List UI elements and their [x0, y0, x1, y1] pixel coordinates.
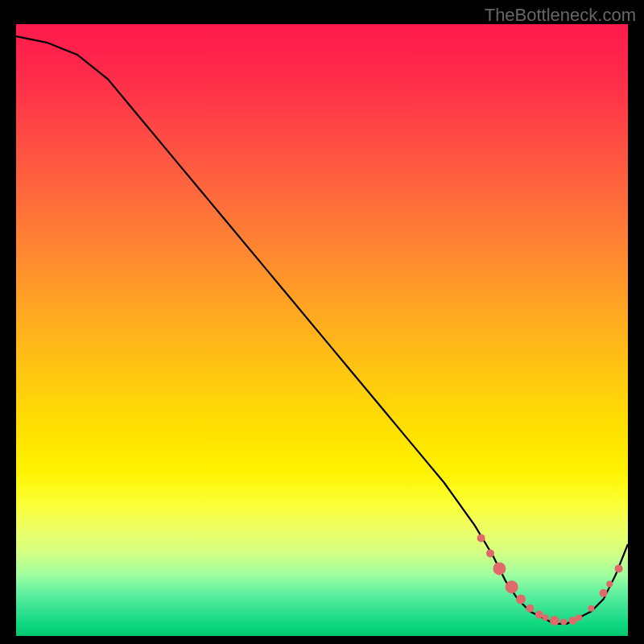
- chart-markers: [477, 534, 623, 625]
- chart-marker: [526, 605, 534, 613]
- chart-marker: [569, 617, 577, 625]
- chart-curve: [16, 36, 628, 624]
- chart-marker: [535, 610, 543, 618]
- chart-marker: [550, 616, 559, 625]
- chart-marker: [588, 605, 594, 612]
- chart-marker: [506, 580, 518, 593]
- chart-marker: [600, 589, 608, 597]
- chart-marker: [576, 614, 582, 621]
- chart-marker: [516, 594, 526, 604]
- chart-marker: [542, 614, 548, 621]
- chart-marker: [615, 564, 623, 572]
- chart-marker: [486, 549, 494, 557]
- chart-marker: [493, 562, 506, 575]
- watermark-text: TheBottleneck.com: [485, 5, 636, 26]
- chart-marker: [477, 534, 485, 542]
- chart-marker: [560, 619, 567, 625]
- chart-plot-area: [16, 24, 628, 636]
- chart-marker: [606, 580, 613, 587]
- chart-svg: [16, 24, 628, 636]
